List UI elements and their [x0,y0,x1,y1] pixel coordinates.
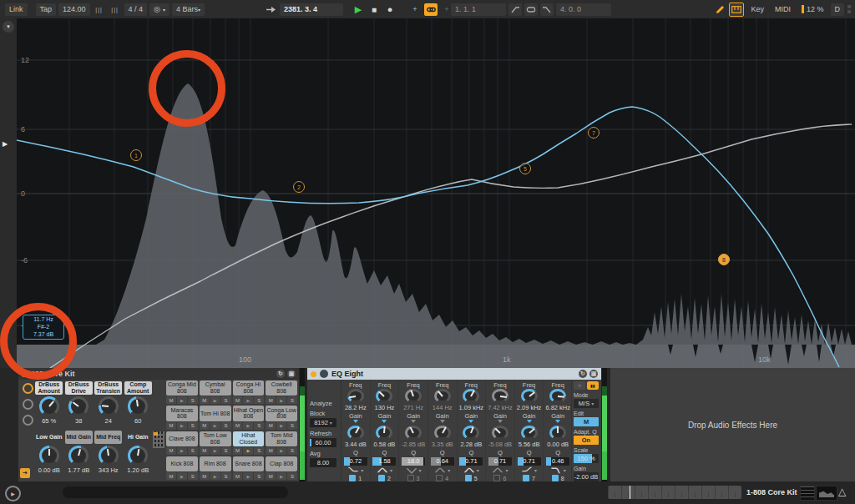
macro-knob[interactable] [39,396,59,416]
pad-solo-button[interactable]: S [221,396,231,404]
eq-spectrum-display[interactable]: 12 6 0 -6 -12 100 1k 10k [17,18,855,368]
freq-value[interactable]: 130 Hz [375,404,395,411]
chain-mini-preview[interactable] [800,486,815,501]
drum-pad[interactable]: Clave 808 M ▶ S [166,431,198,455]
pad-name[interactable]: Tom Low 808 [200,431,231,446]
device-drop-zone[interactable]: Drop Audio Effects Here [610,368,855,481]
pad-solo-button[interactable]: S [287,472,297,480]
pad-solo-button[interactable]: S [188,422,198,430]
band-enable-checkbox[interactable] [349,475,356,481]
drum-pad[interactable]: Cowbell 808 M ▶ S [266,381,297,404]
save-preset-icon[interactable]: ▣ [589,370,598,378]
device-scrollbar[interactable] [63,486,288,498]
curve-view-toggle[interactable]: ○ [574,381,585,390]
record-button[interactable]: ● [383,3,397,16]
macro-knob[interactable] [128,396,148,416]
eq-band-handle-7[interactable]: 7 [588,127,600,139]
analyze-toggle[interactable]: Analyze [310,400,341,407]
edit-channel-button[interactable]: M [574,417,599,426]
q-slider[interactable]: 0.64 [431,457,454,465]
drum-pad[interactable]: Tom Hi 808 M ▶ S [200,406,231,429]
metronome-button[interactable]: ◎▾ [149,3,169,16]
q-slider[interactable]: 1.58 [372,457,396,465]
device-mini-preview[interactable] [816,486,837,501]
loop-start-field[interactable]: 1. 1. 1 [451,3,506,16]
pad-mute-button[interactable]: M [233,447,243,455]
band-enable-checkbox[interactable] [523,475,529,481]
link-button[interactable]: Link [5,3,28,16]
freq-knob[interactable] [492,389,508,403]
filter-type-dropdown[interactable]: ▾ [377,466,392,474]
quantize-menu[interactable]: 4 Bars▾ [172,3,205,16]
pad-play-button[interactable]: ▶ [276,472,286,480]
filter-type-dropdown[interactable]: ▾ [406,466,422,474]
filter-type-dropdown[interactable]: ▾ [550,466,566,474]
refresh-rate-field[interactable]: 60.00 [310,438,336,447]
freq-knob[interactable] [347,389,364,403]
show-pads-toggle[interactable] [23,415,33,426]
gain-knob[interactable] [347,426,364,440]
pad-mute-button[interactable]: M [166,396,176,404]
freq-knob[interactable] [376,389,392,403]
drum-pad[interactable]: Hihat Closed M ▶ S [233,431,265,455]
play-button[interactable]: ▶ [352,3,365,16]
freq-knob[interactable] [521,389,538,403]
pad-mute-button[interactable]: M [200,472,210,480]
pad-name[interactable]: Maracas 808 [166,406,198,421]
gain-knob[interactable] [376,426,392,440]
pad-solo-button[interactable]: S [188,447,198,455]
pad-solo-button[interactable]: S [287,422,297,430]
freq-value[interactable]: 7.42 kHz [488,404,513,411]
unfold-device-button[interactable]: ➔ [20,468,30,478]
midi-map-button[interactable]: MIDI [771,3,795,16]
hot-swap-icon[interactable]: ↻ [276,370,285,378]
pad-name[interactable]: Kick 808 [166,456,198,471]
gain-value[interactable]: 5.56 dB [519,441,540,448]
pad-name[interactable]: Hihat Open 808 [233,406,265,421]
pad-play-button[interactable]: ▶ [276,447,286,455]
gain-value[interactable]: -2.85 dB [402,441,425,448]
stop-button[interactable]: ■ [367,3,381,16]
pad-solo-button[interactable]: S [221,447,231,455]
macro-name[interactable]: Comp Amount [124,381,152,395]
pad-play-button[interactable]: ▶ [210,472,220,480]
pad-mute-button[interactable]: M [233,396,243,404]
gain-marker-icon[interactable] [498,420,503,426]
drum-pad[interactable]: Tom Low 808 M ▶ S [200,431,231,455]
freq-knob[interactable] [549,389,566,403]
block-size-dropdown[interactable]: 8192▾ [310,418,336,427]
macro-variations-button[interactable] [23,383,33,394]
follow-button[interactable] [264,3,277,16]
macro-knob[interactable] [128,446,148,466]
drum-pad[interactable]: Cymbal 808 M ▶ S [200,381,231,404]
pad-name[interactable]: Cowbell 808 [266,381,297,396]
device-activator-led[interactable] [311,371,316,377]
gain-knob[interactable] [492,426,508,440]
freq-value[interactable]: 6.82 kHz [545,404,570,411]
gain-value[interactable]: 2.28 dB [460,441,482,448]
pad-mute-button[interactable]: M [200,396,210,404]
macro-knob[interactable] [99,396,119,416]
pad-name[interactable]: Conga Mid 808 [166,381,198,396]
freq-value[interactable]: 28.2 Hz [345,404,367,411]
pad-play-button[interactable]: ▶ [243,472,253,480]
filter-type-dropdown[interactable]: ▾ [521,466,537,474]
pad-solo-button[interactable]: S [287,396,297,404]
pad-play-button[interactable]: ▶ [210,396,220,404]
gain-knob[interactable] [549,426,566,440]
pad-play-button[interactable]: ▶ [243,396,253,404]
filter-type-dropdown[interactable]: ▾ [492,466,508,474]
macro-knob[interactable] [68,446,89,466]
macro-knob[interactable] [99,446,119,466]
gain-knob[interactable] [521,426,538,440]
pad-name[interactable]: Cymbal 808 [200,381,231,396]
pad-solo-button[interactable]: S [188,396,198,404]
filter-type-dropdown[interactable]: ▾ [347,466,363,474]
pad-overview-minimap[interactable] [153,431,164,448]
pad-play-button[interactable]: ▶ [177,396,187,404]
loop-length-field[interactable]: 4. 0. 0 [556,3,611,16]
save-preset-icon[interactable]: ▣ [287,370,296,378]
mode-dropdown[interactable]: M/S▾ [574,399,599,408]
band-enable-checkbox[interactable] [436,475,443,481]
macro-knob[interactable] [39,446,59,466]
